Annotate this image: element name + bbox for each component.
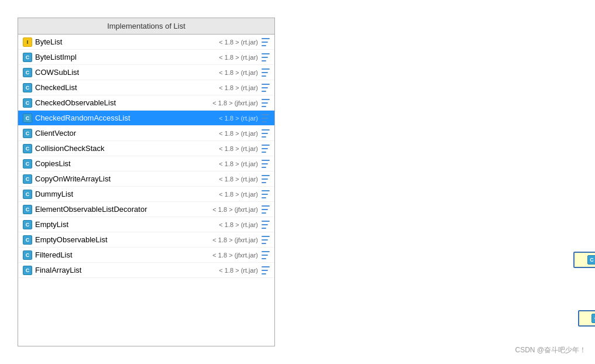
item-bar-icon (262, 114, 270, 122)
implementations-panel: Implementations of List I ByteList < 1.8… (18, 18, 275, 346)
item-type-icon: C (23, 129, 32, 138)
item-name: COWSubList (35, 68, 219, 77)
list-item[interactable]: C FinalArrayList < 1.8 > (rt.jar) (18, 263, 274, 278)
item-name: FinalArrayList (35, 266, 219, 274)
item-type-icon: C (23, 266, 32, 275)
list-item[interactable]: C CollisionCheckStack < 1.8 > (rt.jar) (18, 141, 274, 156)
item-bar-icon (262, 84, 270, 92)
item-bar-icon (262, 221, 270, 229)
item-version: < 1.8 > (rt.jar) (219, 130, 258, 137)
item-type-icon: I (23, 37, 32, 47)
item-version: < 1.8 > (rt.jar) (219, 191, 258, 198)
item-name: ByteListImpl (35, 53, 219, 61)
item-version: < 1.8 > (rt.jar) (219, 221, 258, 228)
item-type-icon: C (23, 159, 32, 169)
watermark: CSDN @奋斗吧少年！ (515, 345, 586, 355)
item-version: < 1.8 > (rt.jar) (219, 54, 258, 61)
item-name: ClientVector (35, 129, 219, 138)
item-version: < 1.8 > (jfxrt.jar) (212, 99, 258, 107)
list-container: I ByteList < 1.8 > (rt.jar) C ByteListIm… (18, 35, 274, 278)
list-item[interactable]: C EmptyList < 1.8 > (rt.jar) (18, 217, 274, 232)
item-type-icon: C (23, 144, 32, 153)
item-version: < 1.8 > (jfxrt.jar) (212, 236, 258, 243)
item-type-icon: C (23, 114, 32, 123)
item-type-icon: C (23, 250, 32, 260)
item-name: CopiesList (35, 159, 219, 168)
item-version: < 1.8 > (rt.jar) (219, 115, 258, 122)
item-bar-icon (262, 68, 270, 77)
item-bar-icon (262, 205, 270, 214)
item-version: < 1.8 > (rt.jar) (219, 84, 258, 91)
item-bar-icon (262, 99, 270, 107)
item-name: CheckedRandomAccessList (35, 114, 219, 122)
item-name: EmptyObservableList (35, 235, 212, 244)
item-name: CheckedObservableList (35, 98, 212, 107)
item-version: < 1.8 > (jfxrt.jar) (212, 206, 258, 213)
item-bar-icon (262, 190, 270, 198)
item-name: ElementObservableListDecorator (35, 205, 212, 214)
list-item[interactable]: I ByteList < 1.8 > (rt.jar) (18, 35, 274, 50)
stack-icon: C (591, 314, 595, 323)
item-bar-icon (262, 160, 270, 168)
item-type-icon: C (23, 98, 32, 108)
list-item[interactable]: C COWSubList < 1.8 > (rt.jar) (18, 65, 274, 80)
item-bar-icon (262, 266, 270, 274)
item-bar-icon (262, 145, 270, 153)
item-version: < 1.8 > (rt.jar) (219, 176, 258, 183)
item-version: < 1.8 > (rt.jar) (219, 145, 258, 152)
diagram-lines (275, 0, 595, 364)
item-version: < 1.8 > (rt.jar) (219, 160, 258, 167)
list-item[interactable]: C ByteListImpl < 1.8 > (rt.jar) (18, 50, 274, 65)
list-item[interactable]: C DummyList < 1.8 > (rt.jar) (18, 187, 274, 202)
item-version: < 1.8 > (jfxrt.jar) (212, 252, 258, 259)
diagram-panel: I Iterable I Collection I List C Abstrac… (275, 0, 595, 364)
item-version: < 1.8 > (rt.jar) (219, 69, 258, 76)
list-item[interactable]: C EmptyObservableList < 1.8 > (jfxrt.jar… (18, 232, 274, 248)
item-name: FilteredList (35, 250, 212, 259)
item-type-icon: C (23, 83, 32, 92)
item-type-icon: C (23, 174, 32, 184)
list-item[interactable]: C CopyOnWriteArrayList < 1.8 > (rt.jar) (18, 171, 274, 187)
list-item[interactable]: C ElementObservableListDecorator < 1.8 >… (18, 202, 274, 217)
item-type-icon: C (23, 205, 32, 214)
item-name: ByteList (35, 37, 219, 46)
list-item[interactable]: C CheckedRandomAccessList < 1.8 > (rt.ja… (18, 111, 274, 126)
list-item[interactable]: C ClientVector < 1.8 > (rt.jar) (18, 126, 274, 141)
item-type-icon: C (23, 235, 32, 245)
item-name: EmptyList (35, 220, 219, 229)
item-bar-icon (262, 38, 270, 46)
list-item[interactable]: C CheckedObservableList < 1.8 > (jfxrt.j… (18, 95, 274, 111)
item-bar-icon (262, 175, 270, 183)
item-bar-icon (262, 236, 270, 244)
item-type-icon: C (23, 190, 32, 199)
item-type-icon: C (23, 68, 32, 77)
item-version: < 1.8 > (rt.jar) (219, 39, 258, 46)
item-type-icon: C (23, 220, 32, 229)
uml-stack[interactable]: C Stack (578, 310, 595, 327)
list-item[interactable]: C CheckedList < 1.8 > (rt.jar) (18, 80, 274, 95)
item-bar-icon (262, 251, 270, 259)
item-name: CollisionCheckStack (35, 144, 219, 153)
item-version: < 1.8 > (rt.jar) (219, 267, 258, 274)
item-bar-icon (262, 129, 270, 138)
uml-vector[interactable]: C Vector (573, 252, 595, 268)
panel-title: Implementations of List (18, 18, 274, 35)
item-name: DummyList (35, 190, 219, 198)
item-bar-icon (262, 53, 270, 61)
item-name: CheckedList (35, 83, 219, 92)
item-type-icon: C (23, 53, 32, 62)
item-name: CopyOnWriteArrayList (35, 174, 219, 183)
list-item[interactable]: C FilteredList < 1.8 > (jfxrt.jar) (18, 248, 274, 263)
list-item[interactable]: C CopiesList < 1.8 > (rt.jar) (18, 156, 274, 171)
vector-icon: C (587, 255, 595, 265)
